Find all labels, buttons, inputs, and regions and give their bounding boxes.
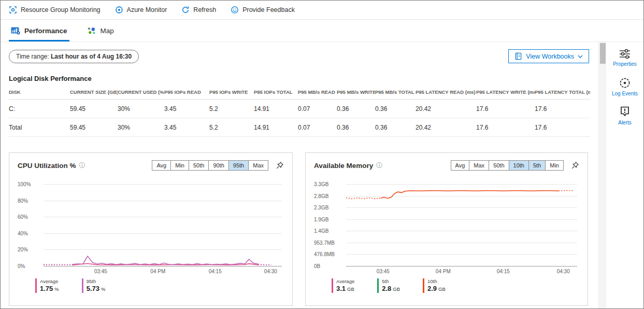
table-cell: 17.6 — [535, 118, 590, 137]
azure-monitor-icon — [115, 6, 123, 14]
card-header: Available Memory ⓘ AvgMax50th10th5thMin — [314, 160, 579, 171]
y-axis-tick: 0% — [18, 263, 41, 269]
column-header: P95 LATENCY READ (ms) — [416, 85, 476, 100]
percentile-button-avg[interactable]: Avg — [451, 160, 470, 171]
command-provide-feedback[interactable]: Provide Feedback — [231, 6, 295, 14]
feedback-smiley-icon — [231, 6, 239, 14]
y-axis-tick: 1.9GB — [314, 217, 344, 222]
legend-unit: GB — [393, 286, 400, 292]
table-cell: 20.42 — [416, 100, 476, 118]
column-header: DISK — [9, 85, 70, 100]
alerts-icon — [619, 106, 631, 118]
gridline — [346, 266, 577, 266]
vertical-scrollbar[interactable] — [598, 42, 606, 308]
memory-chart-plot: 3.3GB2.8GB2.3GB1.9GB1.4GB953.7MB476.8MB0… — [346, 184, 577, 266]
x-axis-tick: 04:15 — [209, 269, 222, 274]
x-axis-tick: 04 PM — [150, 269, 165, 274]
legend-value: 2.8GB — [382, 285, 400, 292]
command-resource-group-monitoring[interactable]: Resource Group Monitoring — [9, 6, 101, 14]
percentile-button-max[interactable]: Max — [248, 160, 268, 171]
cpu-utilization-card: CPU Utilization % ⓘ AvgMin50th90th95thMa… — [9, 152, 293, 306]
x-axis-tick: 03:45 — [94, 269, 107, 274]
table-cell: 0.36 — [337, 100, 375, 118]
properties-icon — [619, 48, 631, 60]
available-memory-card: Available Memory ⓘ AvgMax50th10th5thMin … — [305, 152, 588, 306]
command-label: Refresh — [193, 6, 216, 13]
y-axis-tick: 476.8MB — [314, 251, 344, 257]
legend-item: 5th2.8GB — [377, 278, 400, 293]
refresh-icon — [181, 6, 190, 14]
chevron-down-icon — [578, 55, 583, 58]
table-cell: 5.2 — [209, 118, 254, 137]
resource-group-monitoring-icon — [9, 6, 17, 14]
legend-name: Average — [40, 278, 59, 284]
percentile-button-max[interactable]: Max — [469, 160, 489, 171]
percentile-button-95th[interactable]: 95th — [228, 160, 249, 171]
y-axis-tick: 2.8GB — [314, 193, 344, 199]
percentile-button-min[interactable]: Min — [170, 160, 189, 171]
section-title-logical-disk-performance: Logical Disk Performance — [9, 75, 590, 82]
table-cell: 0.07 — [298, 118, 337, 137]
percentile-button-avg[interactable]: Avg — [152, 160, 171, 171]
rail-item-alerts[interactable]: Alerts — [607, 106, 643, 126]
scrollbar-thumb[interactable] — [600, 43, 606, 64]
card-header: CPU Utilization % ⓘ AvgMin50th90th95thMa… — [18, 160, 284, 171]
percentile-button-10th[interactable]: 10th — [509, 160, 529, 171]
rail-item-log-events[interactable]: Log Events — [607, 77, 643, 97]
table-cell: 3.45 — [164, 100, 209, 118]
table-cell: 30% — [118, 118, 164, 137]
legend-item: Average1.75% — [35, 278, 59, 293]
command-refresh[interactable]: Refresh — [181, 6, 216, 14]
legend-item: Average3.1GB — [332, 278, 354, 293]
legend-name: 5th — [382, 278, 400, 284]
info-icon[interactable]: ⓘ — [376, 162, 382, 168]
table-cell: 59.45 — [70, 100, 118, 118]
table-row: Total59.4530%3.455.214.910.070.360.3620.… — [9, 118, 590, 137]
percentile-button-50th[interactable]: 50th — [489, 160, 509, 171]
column-header: P95 LATENCY TOTAL (ms) — [535, 85, 590, 100]
legend-value: 2.9GB — [427, 285, 446, 292]
chart-title: Available Memory — [314, 162, 373, 170]
table-cell: 0.36 — [375, 118, 416, 137]
table-cell: 0.36 — [337, 118, 375, 137]
percentile-button-90th[interactable]: 90th — [208, 160, 228, 171]
y-axis-tick: 20% — [18, 247, 41, 252]
disk-table-body: C:59.4530%3.455.214.910.070.360.3620.421… — [9, 100, 590, 137]
cpu-chart-legend: Average1.75%95th5.73% — [35, 278, 284, 293]
rail-item-properties[interactable]: Properties — [607, 48, 643, 67]
percentile-button-50th[interactable]: 50th — [189, 160, 209, 171]
view-workbooks-button[interactable]: View Workbooks — [508, 49, 589, 63]
pin-icon[interactable] — [571, 161, 579, 170]
content-header: Time range: Last hour as of 4 Aug 16:30 … — [9, 49, 590, 63]
legend-unit: % — [54, 286, 59, 292]
table-cell: 14.91 — [254, 118, 298, 137]
percentile-button-min[interactable]: Min — [545, 160, 564, 171]
legend-color-bar — [35, 278, 37, 293]
pin-icon[interactable] — [276, 161, 284, 170]
time-range-value: Last hour as of 4 Aug 16:30 — [51, 53, 132, 60]
tab-performance[interactable]: Performance — [9, 20, 69, 41]
chart-cards: CPU Utilization % ⓘ AvgMin50th90th95thMa… — [9, 152, 590, 306]
time-range-filter[interactable]: Time range: Last hour as of 4 Aug 16:30 — [9, 50, 139, 63]
column-header: P95 MB/s READ — [298, 85, 337, 100]
x-axis-tick: 03:45 — [377, 269, 390, 274]
disk-table-head-row: DISKCURRENT SIZE (GB)CURRENT USED (%)P95… — [9, 85, 590, 100]
legend-unit: % — [101, 286, 105, 292]
y-axis-tick: 0B — [314, 263, 344, 269]
table-cell: 20.42 — [416, 118, 476, 137]
y-axis-tick: 953.7MB — [314, 240, 344, 246]
column-header: CURRENT USED (%) — [118, 85, 164, 100]
percentile-button-5th[interactable]: 5th — [528, 160, 546, 171]
legend-item: 10th2.9GB — [423, 278, 446, 293]
y-axis-tick: 100% — [18, 181, 41, 187]
legend-name: 95th — [87, 278, 106, 284]
right-rail: Properties Log Events Alerts — [606, 42, 643, 308]
column-header: P95 MB/s WRITE — [337, 85, 375, 100]
chart-title: CPU Utilization % — [18, 162, 76, 170]
tab-map[interactable]: Map — [85, 20, 116, 41]
table-cell: 30% — [118, 100, 164, 118]
resource-group-monitoring-window: Resource Group Monitoring Azure Monitor … — [0, 0, 644, 309]
command-azure-monitor[interactable]: Azure Monitor — [115, 6, 167, 14]
y-axis-tick: 60% — [18, 214, 41, 220]
info-icon[interactable]: ⓘ — [79, 162, 85, 168]
